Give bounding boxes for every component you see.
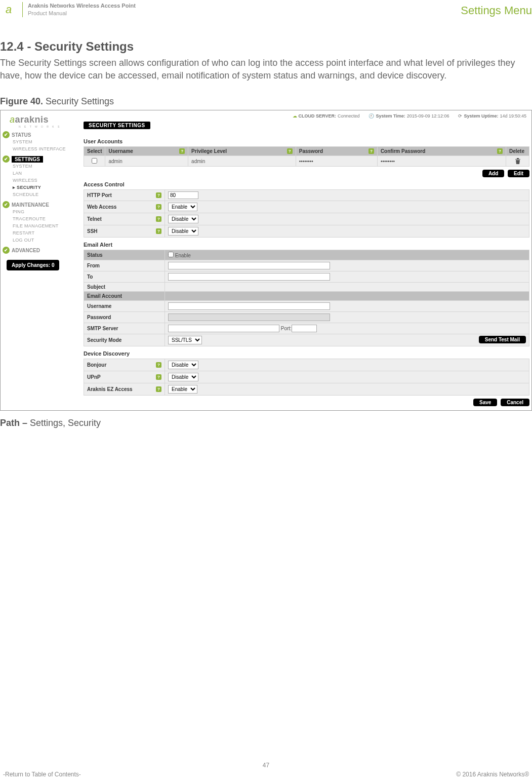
status-enable-checkbox[interactable] [168,252,174,257]
http-port-input[interactable] [168,191,198,199]
row-value: Port: [165,323,529,334]
brand-subtitle: N E T W O R K S [3,125,84,128]
row-value: Disable [165,213,529,225]
bonjour-select[interactable]: Disable [168,361,198,369]
row-label: HTTP Port? [84,190,165,201]
sidebar-group-advanced[interactable]: ✔ADVANCED [3,247,84,254]
row-value: Enable [165,383,529,396]
clock-icon: 🕘 [369,113,374,119]
uptime-icon: ⟳ [458,113,462,119]
row-label: Telnet? [84,213,165,225]
sidebar-item[interactable]: WIRELESS [3,177,84,184]
help-icon[interactable]: ? [369,148,374,154]
to-input[interactable] [168,273,330,281]
password-input[interactable] [168,314,330,321]
sidebar-item[interactable]: ▸ SECURITY [3,184,84,191]
section-intro: The Security Settings screen allows conf… [0,57,532,82]
page-title-pill: SECURITY SETTINGS [84,122,150,129]
apply-changes-button[interactable]: Apply Changes: 0 [7,260,59,270]
email-alert-table: Status EnableFromToSubjectEmail AccountU… [84,250,529,346]
trash-icon[interactable] [515,158,521,165]
return-to-toc-link[interactable]: -Return to Table of Contents- [3,771,81,778]
upnp-select[interactable]: Disable [168,373,198,381]
help-icon[interactable]: ? [156,374,161,380]
araknis-brand: aaraknis [3,113,84,126]
row-label: Security Mode [84,334,165,346]
sidebar-item[interactable]: LOG OUT [3,237,84,244]
section-heading: 12.4 - Security Settings [0,40,532,54]
column-header: Username? [105,147,188,156]
row-label: Araknis EZ Access? [84,383,165,396]
sidebar-item[interactable]: LAN [3,170,84,177]
row-label: UPnP? [84,371,165,383]
table-row: Password [84,312,529,323]
edit-button[interactable]: Edit [508,170,529,177]
sidebar: aaraknis N E T W O R K S ✔STATUSSYSTEMWI… [3,112,84,407]
settings-menu-label: Settings Menu [461,4,532,17]
row-label: Web Access? [84,201,165,213]
access-control-table: HTTP Port?Web Access?EnableTelnet?Disabl… [84,189,529,238]
column-header: Password? [296,147,377,156]
help-icon[interactable]: ? [156,386,161,392]
product-line-1: Araknis Networks Wireless Access Point [28,2,136,10]
user-accounts-heading: User Accounts [84,138,529,144]
email-alert-heading: Email Alert [84,242,529,248]
row-label: Bonjour? [84,359,165,371]
row-label: To [84,271,165,283]
send-test-mail-button[interactable]: Send Test Mail [479,336,526,343]
help-icon[interactable]: ? [156,362,161,368]
sidebar-item[interactable]: RESTART [3,229,84,237]
row-label: Subject [84,283,165,292]
add-button[interactable]: Add [482,170,504,177]
smtp-port-input[interactable] [292,325,317,332]
telnet-select[interactable]: Disable [168,215,198,223]
system-time: 🕘 System Time: 2015-09-09 12:12:06 [369,113,449,119]
sidebar-item[interactable]: TRACEROUTE [3,215,84,222]
product-line-2: Product Manual [28,10,136,17]
security-mode-select[interactable]: SSL/TLS [168,336,202,344]
araknis ez access-select[interactable]: Enable [168,385,197,394]
path-prefix: Path – [0,418,30,428]
sidebar-group-maintenance[interactable]: ✔MAINTENANCE [3,201,84,208]
row-value [165,292,529,301]
row-value: Disable [165,371,529,383]
smtp-server-input[interactable] [168,325,279,332]
row-select-checkbox[interactable] [92,158,97,164]
page-number: 47 [0,762,532,769]
cancel-button[interactable]: Cancel [501,399,529,406]
sidebar-item[interactable]: SYSTEM [3,138,84,145]
header-divider [22,2,23,17]
row-label: Username [84,301,165,312]
help-icon[interactable]: ? [156,228,161,234]
uptime-value: 14d 19:50:45 [500,113,526,119]
row-value: Disable [165,225,529,238]
help-icon[interactable]: ? [156,216,161,222]
sidebar-item[interactable]: WIRELESS INTERFACE [3,145,84,152]
sidebar-group-status[interactable]: ✔STATUS [3,131,84,138]
sidebar-item[interactable]: FILE MANAGEMENT [3,222,84,229]
username-input[interactable] [168,302,330,310]
username-cell: admin [105,156,188,167]
row-value [165,190,529,201]
help-icon[interactable]: ? [156,192,161,198]
device-discovery-heading: Device Discovery [84,350,529,357]
save-button[interactable]: Save [473,399,497,406]
nav-bullet-icon: ✔ [3,155,10,163]
sidebar-item[interactable]: PING [3,208,84,215]
help-icon[interactable]: ? [156,204,161,210]
from-input[interactable] [168,262,330,269]
web access-select[interactable]: Enable [168,203,197,211]
sidebar-item[interactable]: SYSTEM [3,163,84,170]
ssh-select[interactable]: Disable [168,227,198,236]
sidebar-group-settings[interactable]: ✔SETTINGS [3,155,84,163]
table-row: Web Access?Enable [84,201,529,213]
sidebar-item[interactable]: SCHEDULE [3,191,84,198]
help-icon[interactable]: ? [497,148,503,154]
nav-bullet-icon: ✔ [3,201,10,208]
help-icon[interactable]: ? [287,148,293,154]
help-icon[interactable]: ? [179,148,185,154]
table-row: Subject [84,283,529,292]
table-row: Username [84,301,529,312]
row-label: Status [84,250,165,260]
table-row: Telnet?Disable [84,213,529,225]
